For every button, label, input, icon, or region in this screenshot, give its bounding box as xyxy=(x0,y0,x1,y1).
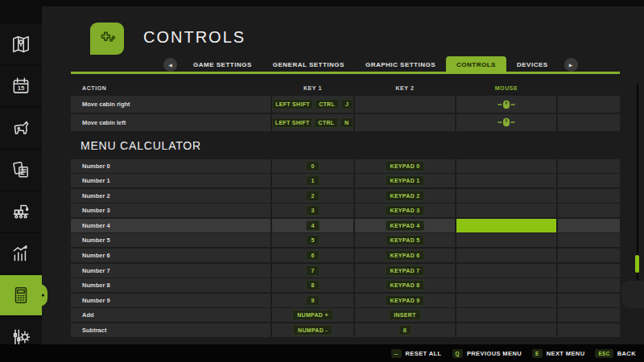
mouse-cell[interactable] xyxy=(456,323,556,337)
table-row[interactable]: Number 44KEYPAD 4 xyxy=(71,219,620,232)
key2-cell[interactable] xyxy=(355,96,455,113)
key1-cell[interactable]: LEFT SHIFTCTRLN xyxy=(272,114,353,131)
gamepad-cell[interactable] xyxy=(558,249,620,262)
key2-cell[interactable]: KEYPAD 9 xyxy=(355,294,455,307)
key-badge[interactable]: 6 xyxy=(306,250,319,261)
scrollbar-track[interactable] xyxy=(637,83,638,283)
gamepad-cell[interactable] xyxy=(558,189,620,203)
mouse-cell[interactable] xyxy=(456,264,556,278)
mouse-cell[interactable] xyxy=(456,189,556,203)
key-badge[interactable]: 9 xyxy=(306,295,319,306)
table-row[interactable]: Move cabin rightLEFT SHIFTCTRLJ xyxy=(71,96,620,113)
mouse-cell[interactable] xyxy=(456,159,556,173)
key-badge[interactable]: N xyxy=(340,117,353,128)
mouse-cell[interactable] xyxy=(456,174,556,187)
hint-reset-all[interactable]: -- RESET ALL xyxy=(391,349,442,358)
gamepad-cell[interactable] xyxy=(558,96,620,113)
key-badge[interactable]: KEYPAD 5 xyxy=(386,235,425,245)
key1-cell[interactable]: 8 xyxy=(272,278,353,292)
key1-cell[interactable]: 4 xyxy=(272,219,353,232)
key1-cell[interactable]: 2 xyxy=(272,189,353,203)
table-row[interactable]: Number 77KEYPAD 7 xyxy=(71,264,620,278)
key1-cell[interactable]: 7 xyxy=(272,264,353,278)
tab-graphic-settings[interactable]: GRAPHIC SETTINGS xyxy=(355,56,446,73)
tab-general-settings[interactable]: GENERAL SETTINGS xyxy=(262,56,355,73)
gamepad-cell[interactable] xyxy=(558,308,620,322)
table-row[interactable]: SubtractNUMPAD -ß xyxy=(71,323,620,337)
table-row[interactable]: Number 11KEYPAD 1 xyxy=(71,174,620,187)
gamepad-cell[interactable] xyxy=(558,294,620,307)
key2-cell[interactable]: ß xyxy=(355,323,455,337)
gamepad-cell[interactable] xyxy=(558,323,620,337)
key2-cell[interactable]: KEYPAD 3 xyxy=(355,204,455,217)
key2-cell[interactable]: INSERT xyxy=(355,308,455,322)
sidebar-item-production[interactable] xyxy=(0,191,42,232)
gamepad-cell[interactable] xyxy=(558,219,620,232)
key1-cell[interactable]: 0 xyxy=(272,159,353,173)
key2-cell[interactable]: KEYPAD 8 xyxy=(355,278,455,292)
key1-cell[interactable]: LEFT SHIFTCTRLJ xyxy=(272,96,353,113)
table-row[interactable]: Move cabin leftLEFT SHIFTCTRLN xyxy=(71,114,620,131)
key2-cell[interactable]: KEYPAD 5 xyxy=(355,233,455,247)
table-row[interactable]: Number 99KEYPAD 9 xyxy=(71,294,620,307)
tabs-prev-button[interactable]: ◀ xyxy=(163,58,177,72)
key1-cell[interactable]: 3 xyxy=(272,204,353,217)
key-badge[interactable]: NUMPAD + xyxy=(292,310,333,320)
key-badge[interactable]: 2 xyxy=(306,191,319,201)
sidebar-item-statistics[interactable] xyxy=(0,233,42,274)
table-row[interactable]: Number 55KEYPAD 5 xyxy=(71,233,620,247)
gamepad-cell[interactable] xyxy=(558,264,620,278)
key-badge[interactable]: KEYPAD 6 xyxy=(386,250,425,261)
key1-cell[interactable]: 9 xyxy=(272,294,353,307)
table-row[interactable]: Number 22KEYPAD 2 xyxy=(71,189,620,203)
mouse-cell[interactable] xyxy=(456,204,556,217)
key1-cell[interactable]: NUMPAD + xyxy=(272,308,353,322)
key1-cell[interactable]: 1 xyxy=(272,174,353,187)
key2-cell[interactable]: KEYPAD 6 xyxy=(355,249,455,262)
key-badge[interactable]: 3 xyxy=(306,205,319,216)
key-badge[interactable]: CTRL xyxy=(315,99,339,109)
key2-cell[interactable]: KEYPAD 1 xyxy=(355,174,455,187)
key-badge[interactable]: J xyxy=(341,99,353,109)
mouse-cell[interactable] xyxy=(456,96,556,113)
key2-cell[interactable]: KEYPAD 0 xyxy=(355,159,455,173)
tab-game-settings[interactable]: GAME SETTINGS xyxy=(183,56,262,73)
mouse-cell[interactable] xyxy=(456,249,556,262)
gamepad-cell[interactable] xyxy=(558,204,620,217)
key-badge[interactable]: LEFT SHIFT xyxy=(272,117,312,128)
key2-cell[interactable] xyxy=(355,114,455,131)
tabs-next-button[interactable]: ▶ xyxy=(564,58,578,72)
mouse-cell[interactable] xyxy=(456,233,556,247)
key-badge[interactable]: 1 xyxy=(306,175,319,186)
gamepad-cell[interactable] xyxy=(558,233,620,247)
hint-previous-menu[interactable]: Q PREVIOUS MENU xyxy=(452,349,522,358)
key-badge[interactable]: KEYPAD 3 xyxy=(386,205,425,216)
scrollbar-thumb[interactable] xyxy=(635,255,639,273)
key-badge[interactable]: KEYPAD 1 xyxy=(386,175,425,186)
sidebar-item-calendar[interactable]: 15 xyxy=(0,66,42,106)
gamepad-cell[interactable] xyxy=(558,174,620,187)
tab-devices[interactable]: DEVICES xyxy=(506,56,559,73)
key-badge[interactable]: NUMPAD - xyxy=(293,325,332,335)
key-badge[interactable]: KEYPAD 7 xyxy=(386,265,425,276)
key2-cell[interactable]: KEYPAD 7 xyxy=(355,264,455,278)
key-badge[interactable]: KEYPAD 8 xyxy=(386,280,425,290)
sidebar-item-calculator[interactable] xyxy=(0,275,42,315)
key-badge[interactable]: 0 xyxy=(306,161,319,171)
gamepad-cell[interactable] xyxy=(558,278,620,292)
gamepad-cell[interactable] xyxy=(558,159,620,173)
key-badge[interactable]: CTRL xyxy=(314,117,338,128)
key-badge[interactable]: KEYPAD 4 xyxy=(386,220,425,231)
hint-next-menu[interactable]: E NEXT MENU xyxy=(532,349,584,358)
sidebar-item-map[interactable] xyxy=(0,24,42,64)
key-badge[interactable]: INSERT xyxy=(389,310,420,320)
mouse-cell[interactable] xyxy=(456,308,556,322)
key-badge[interactable]: 5 xyxy=(306,235,319,245)
hint-back[interactable]: ESC BACK xyxy=(595,349,636,358)
key-badge[interactable]: KEYPAD 9 xyxy=(386,295,425,306)
mouse-cell[interactable] xyxy=(456,219,556,232)
key-badge[interactable]: 7 xyxy=(306,265,319,276)
tab-controls[interactable]: CONTROLS xyxy=(446,56,506,73)
table-row[interactable]: Number 66KEYPAD 6 xyxy=(71,249,620,262)
mouse-cell[interactable] xyxy=(456,278,556,292)
